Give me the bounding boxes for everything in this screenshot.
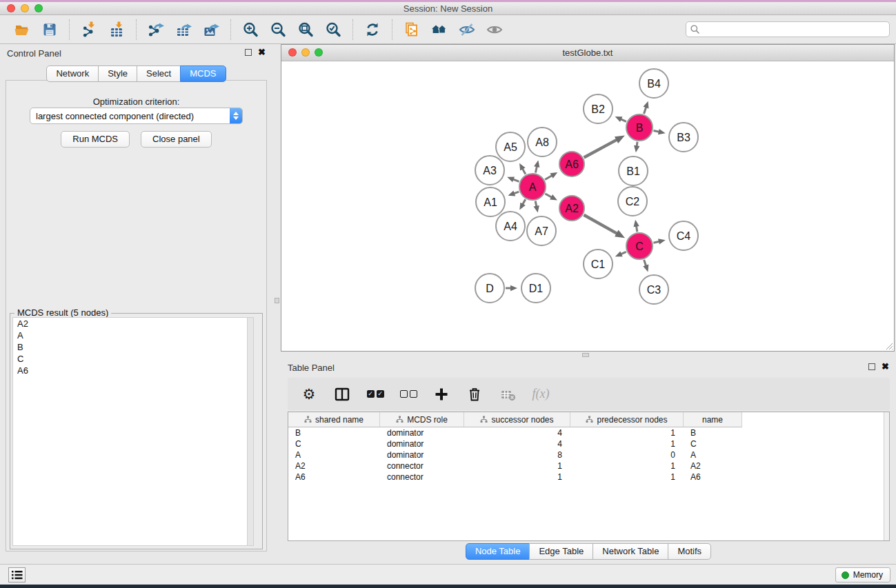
table-cell[interactable]: connector xyxy=(380,472,464,482)
table-cell[interactable]: 1 xyxy=(570,472,684,482)
table-row[interactable]: Adominator80A xyxy=(288,449,884,460)
zoom-selected-button[interactable] xyxy=(319,17,347,42)
table-cell[interactable]: 8 xyxy=(464,450,570,460)
zoom-in-button[interactable] xyxy=(237,17,264,42)
show-graphics-details-button[interactable] xyxy=(481,17,508,42)
memory-button[interactable]: Memory xyxy=(835,567,890,582)
splitter-handle[interactable] xyxy=(275,298,279,303)
minimize-window-button[interactable] xyxy=(21,4,29,12)
table-cell[interactable]: 1 xyxy=(570,461,684,471)
table-cell[interactable]: 4 xyxy=(464,428,570,438)
float-panel-icon[interactable] xyxy=(868,363,875,370)
edge-A2-C[interactable] xyxy=(584,215,617,234)
import-table-button[interactable] xyxy=(103,17,130,42)
column-layout-button[interactable] xyxy=(330,383,354,406)
network-close-button[interactable] xyxy=(288,48,297,57)
edge-A6-B[interactable] xyxy=(584,139,618,157)
run-mcds-button[interactable]: Run MCDS xyxy=(61,131,130,148)
export-network-button[interactable] xyxy=(142,17,170,42)
network-graph[interactable]: B4B2BB3A8A5A6A3B1AC2A1A2A4A7C4CC1DD1C3 xyxy=(281,61,894,351)
app-titlebar[interactable]: Session: New Session xyxy=(0,2,896,15)
table-row[interactable]: Cdominator41C xyxy=(288,438,884,449)
first-neighbors-button[interactable] xyxy=(426,17,453,42)
refresh-layout-button[interactable] xyxy=(359,17,386,42)
zoom-out-button[interactable] xyxy=(264,17,292,42)
result-list-scrollbar[interactable] xyxy=(247,318,253,545)
column-header-predecessor-nodes[interactable]: predecessor nodes xyxy=(570,412,684,427)
float-panel-icon[interactable] xyxy=(245,49,252,56)
deselect-all-button[interactable] xyxy=(397,383,420,406)
table-cell[interactable]: 1 xyxy=(464,472,570,482)
tab-style[interactable]: Style xyxy=(98,65,137,82)
tab-network[interactable]: Network xyxy=(46,65,99,82)
column-header-name[interactable]: name xyxy=(684,412,742,427)
zoom-window-button[interactable] xyxy=(34,4,43,12)
table-scrollbar[interactable] xyxy=(884,412,889,540)
table-cell[interactable]: A xyxy=(288,450,380,460)
table-cell[interactable]: 1 xyxy=(570,428,684,438)
column-header-shared-name[interactable]: shared name xyxy=(288,412,380,427)
save-session-button[interactable] xyxy=(36,17,63,42)
criterion-dropdown[interactable]: largest connected component (directed) xyxy=(30,108,243,124)
splitter-handle[interactable] xyxy=(582,353,589,357)
table-cell[interactable]: B xyxy=(288,428,380,438)
tab-mcds[interactable]: MCDS xyxy=(180,65,226,82)
table-cell[interactable]: A xyxy=(684,450,742,460)
zoom-fit-button[interactable] xyxy=(292,17,319,42)
tab-select[interactable]: Select xyxy=(137,65,181,82)
network-zoom-button[interactable] xyxy=(315,48,323,57)
table-cell[interactable]: A2 xyxy=(684,461,742,471)
table-cell[interactable]: 4 xyxy=(464,439,570,449)
mcds-result-list[interactable]: A2ABCA6 xyxy=(12,317,254,546)
search-input[interactable] xyxy=(700,25,889,34)
table-cell[interactable]: dominator xyxy=(380,439,464,449)
table-row[interactable]: Bdominator41B xyxy=(288,427,884,438)
table-row[interactable]: A2connector11A2 xyxy=(288,460,884,472)
export-image-button[interactable] xyxy=(197,17,225,42)
table-cell[interactable]: dominator xyxy=(380,428,464,438)
network-window-titlebar[interactable]: testGlobe.txt xyxy=(281,45,894,61)
table-cell[interactable]: 1 xyxy=(570,439,684,449)
search-field[interactable] xyxy=(686,21,890,37)
open-file-button[interactable] xyxy=(8,17,36,42)
result-item[interactable]: A xyxy=(13,330,253,341)
delete-column-button[interactable] xyxy=(463,383,486,406)
import-network-button[interactable] xyxy=(75,17,103,42)
resize-grip-icon[interactable] xyxy=(884,341,893,350)
table-cell[interactable]: 1 xyxy=(464,461,570,471)
tab-node-table[interactable]: Node Table xyxy=(466,543,530,560)
table-cell[interactable]: 0 xyxy=(570,450,684,460)
result-item[interactable]: A2 xyxy=(13,318,253,330)
select-all-button[interactable]: ✓✓ xyxy=(364,383,387,406)
horizontal-splitter[interactable] xyxy=(281,352,896,358)
tab-motifs[interactable]: Motifs xyxy=(668,543,711,560)
export-table-button[interactable] xyxy=(170,17,197,42)
hide-graphics-details-button[interactable] xyxy=(453,17,481,42)
add-column-button[interactable] xyxy=(430,383,453,406)
tab-network-table[interactable]: Network Table xyxy=(593,543,668,560)
gear-button[interactable]: ⚙ xyxy=(297,383,321,406)
table-cell[interactable]: C xyxy=(288,439,380,449)
close-window-button[interactable] xyxy=(7,4,15,12)
table-cell[interactable]: A6 xyxy=(288,472,380,482)
result-item[interactable]: B xyxy=(13,341,253,353)
close-panel-icon[interactable]: ✖ xyxy=(258,49,266,56)
vertical-splitter[interactable] xyxy=(272,44,281,564)
table-cell[interactable]: A6 xyxy=(684,472,742,482)
table-cell[interactable]: A2 xyxy=(288,461,380,471)
network-window-controls[interactable] xyxy=(288,48,323,57)
node-table[interactable]: shared nameMCDS rolesuccessor nodesprede… xyxy=(288,412,890,541)
column-header-successor-nodes[interactable]: successor nodes xyxy=(464,412,570,427)
new-network-from-selection-button[interactable] xyxy=(398,17,426,42)
table-cell[interactable]: C xyxy=(684,439,742,449)
table-cell[interactable]: dominator xyxy=(380,450,464,460)
close-panel-icon[interactable]: ✖ xyxy=(882,363,889,370)
task-history-button[interactable] xyxy=(8,567,26,582)
network-canvas[interactable]: B4B2BB3A8A5A6A3B1AC2A1A2A4A7C4CC1DD1C3 xyxy=(281,61,894,351)
result-item[interactable]: C xyxy=(13,353,253,365)
app-window-controls[interactable] xyxy=(7,4,43,12)
table-row[interactable]: A6connector11A6 xyxy=(288,472,884,483)
table-cell[interactable]: connector xyxy=(380,461,464,471)
column-header-MCDS-role[interactable]: MCDS role xyxy=(380,412,464,427)
function-builder-button[interactable]: f(x) xyxy=(529,383,552,406)
